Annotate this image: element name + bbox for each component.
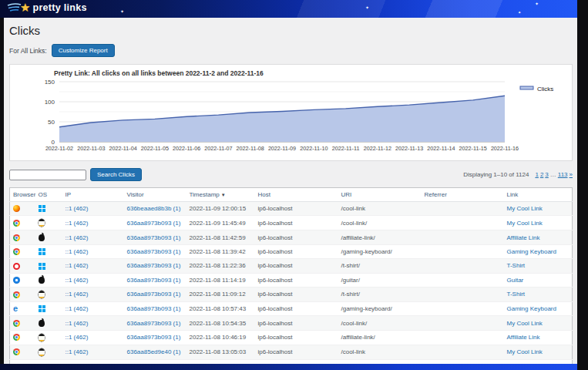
search-group: Search Clicks — [9, 168, 142, 181]
cell-uri: /affiliate-link/ — [338, 230, 422, 244]
cell-timestamp: 2022-11-09 12:00:15 — [186, 202, 255, 216]
chrome-icon — [13, 291, 20, 298]
cell-ip[interactable]: ::1 (462) — [62, 259, 124, 273]
cell-os — [35, 216, 62, 230]
search-clicks-button[interactable]: Search Clicks — [90, 168, 142, 181]
table-row: ::1 (462)636aa8973b093 (1)2022-11-08 11:… — [10, 287, 573, 301]
svg-text:2022-11-11: 2022-11-11 — [332, 145, 360, 152]
page-link-»[interactable]: » — [570, 171, 573, 178]
column-header-os[interactable]: OS — [35, 188, 62, 202]
column-header-link[interactable]: Link — [504, 188, 573, 202]
svg-text:Pretty Link: All clicks on all: Pretty Link: All clicks on all links bet… — [54, 69, 264, 77]
cell-link[interactable]: My Cool Link — [504, 345, 573, 359]
cell-visitor[interactable]: 636aa8973b093 (1) — [124, 244, 186, 258]
page-title: Clicks — [9, 24, 573, 37]
cell-os — [35, 287, 62, 301]
cell-ip[interactable]: ::1 (462) — [62, 244, 124, 258]
cell-referrer — [422, 345, 504, 359]
cell-browser — [10, 316, 35, 330]
cell-os — [35, 273, 62, 287]
cell-os — [35, 202, 62, 216]
cell-visitor[interactable]: 636aa8973b093 (1) — [124, 273, 186, 287]
table-row: ::1 (462)636aa8973b093 (1)2022-11-08 11:… — [10, 230, 573, 244]
cell-ip[interactable]: ::1 (462) — [62, 273, 124, 287]
cell-browser — [10, 330, 35, 345]
page-link-2[interactable]: 2 — [540, 171, 543, 178]
cell-link[interactable]: Affiliate Link — [504, 230, 573, 244]
cell-link[interactable]: My Cool Link — [504, 216, 573, 230]
cell-ip[interactable]: ::1 (462) — [62, 316, 124, 330]
svg-text:2022-11-05: 2022-11-05 — [141, 145, 169, 152]
cell-visitor[interactable]: 636aa8973b093 (1) — [124, 301, 186, 315]
pretty-links-logo: ★ pretty links — [7, 2, 87, 13]
cell-visitor[interactable]: 636aa8973b093 (1) — [124, 316, 186, 330]
cell-browser — [10, 244, 35, 258]
table-row: ::1 (462)636aa8973b093 (1)2022-11-09 11:… — [10, 216, 573, 230]
cell-link[interactable]: Guitar — [504, 273, 573, 287]
cell-ip[interactable]: ::1 (462) — [62, 287, 124, 301]
chrome-icon — [13, 220, 20, 227]
page-link-3[interactable]: 3 — [545, 171, 548, 178]
cell-link[interactable]: Affiliate Link — [504, 330, 573, 345]
cell-referrer — [422, 230, 504, 244]
svg-text:2022-11-15: 2022-11-15 — [459, 145, 487, 152]
cell-timestamp: 2022-11-08 13:05:03 — [186, 345, 255, 359]
cell-link[interactable]: Gaming Keyboard — [504, 301, 573, 315]
cell-visitor[interactable]: 636aa8973b093 (1) — [124, 287, 186, 301]
column-header-host[interactable]: Host — [255, 188, 338, 202]
cell-visitor[interactable]: 636aa8973b093 (1) — [124, 259, 186, 273]
chrome-icon — [13, 248, 20, 255]
column-header-browser[interactable]: Browser — [10, 188, 35, 202]
cell-link[interactable]: T-Shirt — [504, 287, 573, 301]
app-banner: ★ pretty links ✦ ✦ ✦ ✦ — [0, 0, 577, 18]
cell-ip[interactable]: ::1 (462) — [62, 330, 124, 345]
cell-os — [35, 230, 62, 244]
cell-os — [35, 244, 62, 258]
cell-referrer — [422, 202, 504, 216]
cell-ip[interactable]: ::1 (462) — [62, 216, 124, 230]
cell-browser — [10, 230, 35, 244]
cell-host: ip6-localhost — [255, 230, 338, 244]
table-row: ::1 (462)636aa8973b093 (1)2022-11-08 11:… — [10, 273, 573, 287]
cell-link[interactable]: My Cool Link — [504, 316, 573, 330]
cell-referrer — [422, 273, 504, 287]
cell-ip[interactable]: ::1 (462) — [62, 345, 124, 359]
safari-icon — [13, 277, 20, 284]
cell-ip[interactable]: ::1 (462) — [62, 202, 124, 216]
cell-host: ip6-localhost — [255, 330, 338, 345]
report-filter-row: For All Links: Customize Report — [9, 44, 573, 57]
windows-icon — [39, 263, 45, 270]
search-input[interactable] — [9, 170, 86, 180]
cell-visitor[interactable]: 636aa8973b093 (1) — [124, 216, 186, 230]
page-link-113[interactable]: 113 — [558, 171, 568, 178]
column-header-uri[interactable]: URI — [338, 188, 422, 202]
column-header-referrer[interactable]: Referrer — [422, 188, 504, 202]
column-header-visitor[interactable]: Visitor — [124, 188, 186, 202]
column-header-ip[interactable]: IP — [62, 188, 124, 202]
cell-timestamp: 2022-11-09 11:45:49 — [186, 216, 255, 230]
pagination-top: Displaying 1–10 of 1124 123…113» — [463, 171, 573, 178]
cell-uri: /t-shirt/ — [338, 259, 422, 273]
chrome-icon — [13, 348, 20, 355]
cell-link[interactable]: T-Shirt — [504, 259, 573, 273]
cell-visitor[interactable]: 636beaaed8b3b (1) — [124, 202, 186, 216]
cell-referrer — [422, 244, 504, 258]
cell-link[interactable]: My Cool Link — [504, 202, 573, 216]
page-link-1[interactable]: 1 — [535, 171, 538, 178]
cell-ip[interactable]: ::1 (462) — [62, 301, 124, 315]
sparkle-icon: ✦ — [518, 10, 521, 15]
cell-ip[interactable]: ::1 (462) — [62, 230, 124, 244]
table-row: ::1 (462)636aa85ed9e40 (1)2022-11-08 13:… — [10, 345, 573, 359]
cell-referrer — [422, 216, 504, 230]
cell-visitor[interactable]: 636aa8973b093 (1) — [124, 330, 186, 345]
cell-uri: /gaming-keyboard/ — [338, 301, 422, 315]
cell-os — [35, 301, 62, 315]
customize-report-button[interactable]: Customize Report — [52, 44, 115, 57]
cell-visitor[interactable]: 636aa8973b093 (1) — [124, 230, 186, 244]
svg-text:100: 100 — [45, 99, 55, 106]
cell-link[interactable]: Gaming Keyboard — [504, 244, 573, 258]
cell-uri: /affiliate-link/ — [338, 330, 422, 345]
cell-os — [35, 330, 62, 345]
cell-visitor[interactable]: 636aa85ed9e40 (1) — [124, 345, 186, 359]
column-header-timestamp[interactable]: Timestamp▼ — [186, 188, 255, 202]
